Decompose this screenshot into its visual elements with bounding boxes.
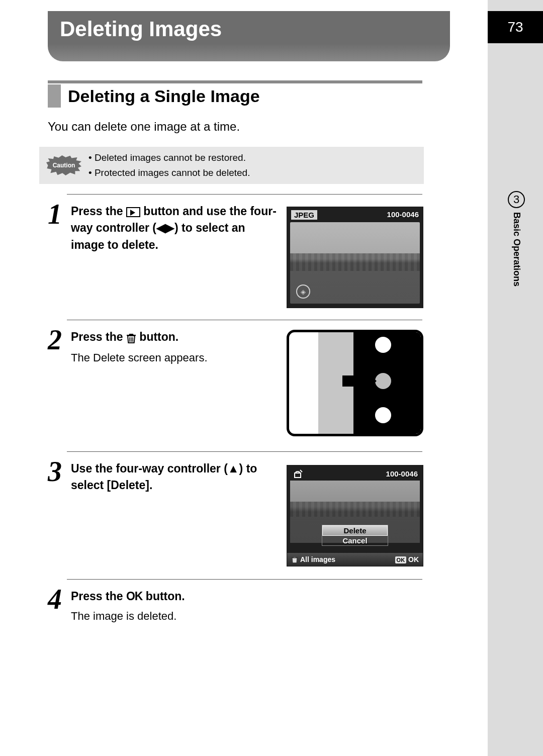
bar-ok: OK OK xyxy=(395,555,419,563)
step-number: 1 xyxy=(48,198,62,230)
playback-icon xyxy=(126,207,140,217)
step-title-text: Press the xyxy=(71,205,126,218)
trash-icon xyxy=(291,555,298,564)
ok-text: OK xyxy=(408,555,419,563)
trash-icon xyxy=(126,329,136,346)
chapter-number-badge: 3 xyxy=(508,191,525,208)
dialog-option-cancel: Cancel xyxy=(322,536,388,545)
caution-item: Protected images cannot be deleted. xyxy=(88,165,250,180)
chapter-name-sidetab: Basic Operations xyxy=(511,212,522,287)
caution-item: Deleted images cannot be restored. xyxy=(88,150,250,165)
step-title-text: Press the xyxy=(71,330,126,343)
section-title: Deleting a Single Image xyxy=(68,86,260,106)
step-title-text: Press the xyxy=(71,590,126,603)
step-title-text: button. xyxy=(139,330,178,343)
caution-box: Caution Deleted images cannot be restore… xyxy=(39,147,424,184)
rotation-icon: ◈ xyxy=(296,285,310,299)
page-number: 73 xyxy=(488,11,543,43)
section-header: Deleting a Single Image xyxy=(48,80,422,108)
chapter-title: Deleting Images xyxy=(48,11,450,61)
step-number: 2 xyxy=(48,324,62,356)
delete-dialog-screenshot: 100-0046 Delete Cancel All images OK OK xyxy=(287,465,423,566)
bar-all-images: All images xyxy=(300,555,335,563)
section-accent-bar xyxy=(48,84,61,108)
section-rule xyxy=(48,80,422,83)
caution-badge: Caution xyxy=(46,155,81,175)
pointer-arrow-icon xyxy=(342,375,369,387)
step-description: The image is deleted. xyxy=(71,610,422,623)
camera-buttons-illustration: INFO xyxy=(287,330,423,436)
step-number: 3 xyxy=(48,455,62,488)
page-margin xyxy=(488,0,543,756)
step-number: 4 xyxy=(48,583,62,615)
step-title-text: button. xyxy=(146,590,185,603)
step-title: Press the button and use the four-way co… xyxy=(71,203,277,253)
preview-treeline xyxy=(290,502,420,517)
delete-dialog: Delete Cancel xyxy=(322,525,388,546)
dialog-option-delete: Delete xyxy=(322,525,388,536)
camera-info-button xyxy=(374,406,393,425)
ok-button-icon: OK xyxy=(126,590,143,603)
format-badge: JPEG xyxy=(291,210,317,220)
step-title: Use the four-way controller (▲) to selec… xyxy=(71,460,277,494)
intro-text: You can delete one image at a time. xyxy=(48,120,240,134)
file-number: 100-0046 xyxy=(387,210,419,220)
camera-upper-button xyxy=(374,335,393,354)
trash-icon xyxy=(378,354,389,366)
ok-pill: OK xyxy=(395,556,407,563)
step-title: Press the OK button. xyxy=(71,588,422,605)
file-number: 100-0046 xyxy=(386,469,418,478)
protect-icon xyxy=(292,468,303,479)
info-label: INFO xyxy=(374,395,389,402)
caution-burst-icon: Caution xyxy=(46,155,81,175)
preview-scene: ◈ xyxy=(290,222,420,304)
lcd-preview-screenshot: ◈ JPEG 100-0046 xyxy=(287,207,423,308)
preview-treeline xyxy=(290,253,420,271)
